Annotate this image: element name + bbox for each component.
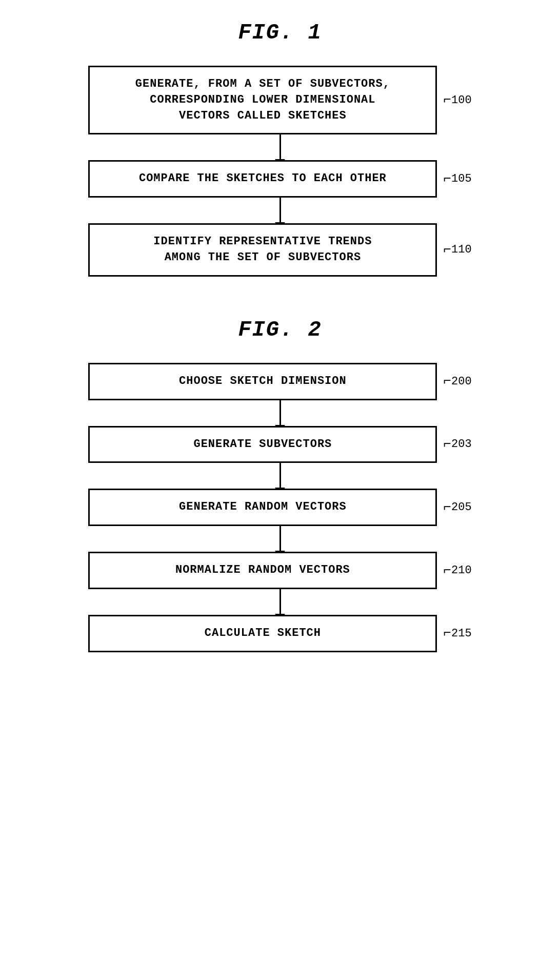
fig2-section: FIG. 2 CHOOSE SKETCH DIMENSION ⌐ 200 GEN… bbox=[31, 318, 529, 652]
table-row: GENERATE SUBVECTORS ⌐ 203 bbox=[31, 426, 529, 463]
fig2-flow: CHOOSE SKETCH DIMENSION ⌐ 200 GENERATE S… bbox=[31, 363, 529, 652]
down-arrow-icon bbox=[279, 589, 281, 615]
step-110-box: IDENTIFY REPRESENTATIVE TRENDS AMONG THE… bbox=[88, 223, 437, 277]
down-arrow-icon bbox=[279, 400, 281, 426]
step-100-label: ⌐ 100 bbox=[443, 92, 471, 108]
fig1-title: FIG. 1 bbox=[238, 21, 322, 45]
arrow-6 bbox=[279, 589, 281, 615]
step-110-label: ⌐ 110 bbox=[443, 242, 471, 258]
table-row: COMPARE THE SKETCHES TO EACH OTHER ⌐ 105 bbox=[31, 160, 529, 198]
step-203-box: GENERATE SUBVECTORS bbox=[88, 426, 437, 463]
step-205-box: GENERATE RANDOM VECTORS bbox=[88, 489, 437, 526]
step-210-box: NORMALIZE RANDOM VECTORS bbox=[88, 552, 437, 589]
step-205-label: ⌐ 205 bbox=[443, 500, 471, 515]
step-105-box: COMPARE THE SKETCHES TO EACH OTHER bbox=[88, 160, 437, 198]
arrow-5 bbox=[279, 526, 281, 552]
table-row: CHOOSE SKETCH DIMENSION ⌐ 200 bbox=[31, 363, 529, 400]
step-215-label: ⌐ 215 bbox=[443, 626, 471, 641]
table-row: GENERATE, FROM A SET OF SUBVECTORS, CORR… bbox=[31, 66, 529, 134]
table-row: CALCULATE SKETCH ⌐ 215 bbox=[31, 615, 529, 652]
table-row: GENERATE RANDOM VECTORS ⌐ 205 bbox=[31, 489, 529, 526]
fig2-title: FIG. 2 bbox=[238, 318, 322, 342]
step-215-box: CALCULATE SKETCH bbox=[88, 615, 437, 652]
table-row: IDENTIFY REPRESENTATIVE TRENDS AMONG THE… bbox=[31, 223, 529, 277]
arrow-1 bbox=[279, 134, 281, 160]
step-200-box: CHOOSE SKETCH DIMENSION bbox=[88, 363, 437, 400]
down-arrow-icon bbox=[279, 526, 281, 552]
down-arrow-icon bbox=[279, 198, 281, 223]
arrow-2 bbox=[279, 198, 281, 223]
step-200-label: ⌐ 200 bbox=[443, 374, 471, 389]
fig1-flow: GENERATE, FROM A SET OF SUBVECTORS, CORR… bbox=[31, 66, 529, 277]
step-105-label: ⌐ 105 bbox=[443, 171, 471, 187]
step-210-label: ⌐ 210 bbox=[443, 563, 471, 578]
down-arrow-icon bbox=[279, 463, 281, 489]
arrow-3 bbox=[279, 400, 281, 426]
step-100-box: GENERATE, FROM A SET OF SUBVECTORS, CORR… bbox=[88, 66, 437, 134]
down-arrow-icon bbox=[279, 134, 281, 160]
fig1-section: FIG. 1 GENERATE, FROM A SET OF SUBVECTOR… bbox=[31, 21, 529, 277]
table-row: NORMALIZE RANDOM VECTORS ⌐ 210 bbox=[31, 552, 529, 589]
step-203-label: ⌐ 203 bbox=[443, 437, 471, 452]
arrow-4 bbox=[279, 463, 281, 489]
